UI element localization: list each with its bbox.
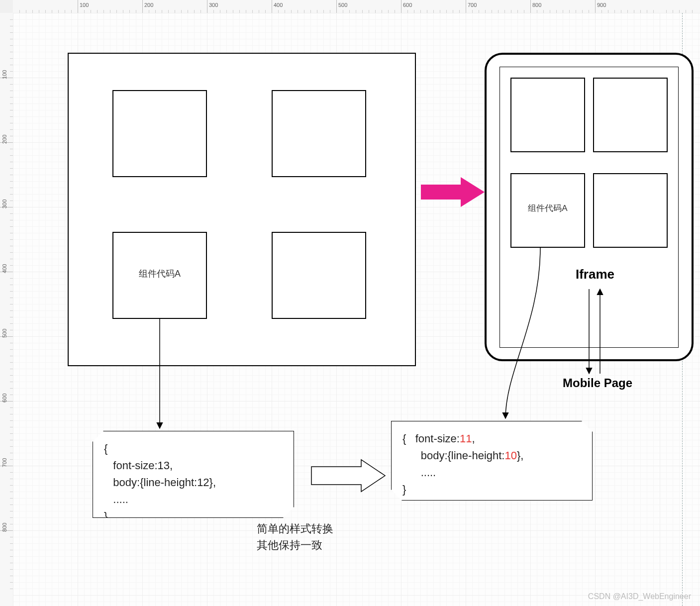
ruler-corner — [0, 0, 13, 13]
watermark: CSDN @AI3D_WebEngineer — [588, 592, 691, 601]
ruler-vertical: 100200300400500600700800 — [0, 13, 13, 606]
arrow-mobile-to-note — [505, 248, 540, 418]
ruler-horizontal: 100200300400500600700800900 — [13, 0, 700, 13]
canvas[interactable]: 组件代码A 组件代码A Iframe Mobile Page { font-si… — [13, 13, 700, 606]
diagram-stage: 100200300400500600700800900 100200300400… — [0, 0, 700, 606]
svg-marker-1 — [311, 460, 385, 492]
arrows-layer — [13, 13, 700, 606]
svg-marker-0 — [421, 177, 485, 207]
arrow-note-to-note — [311, 460, 385, 492]
arrow-desktop-to-mobile — [421, 177, 485, 207]
